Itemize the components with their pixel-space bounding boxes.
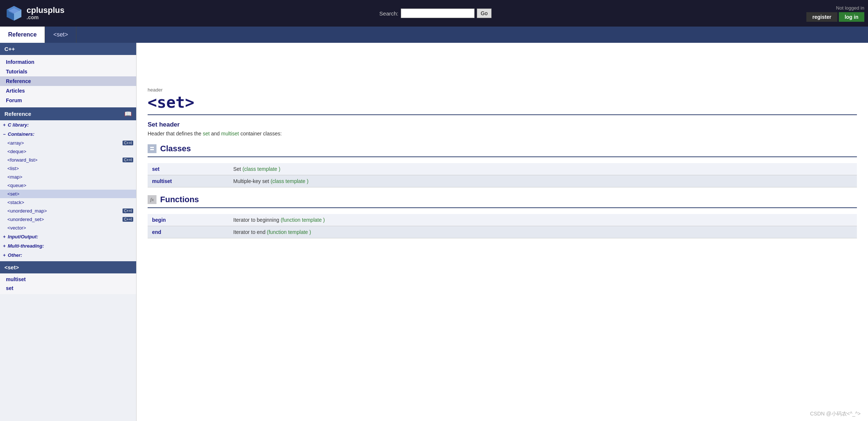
toggle-multithreading: + <box>3 244 6 249</box>
header-label: header <box>148 87 857 93</box>
sidebar-item-forum[interactable]: Forum <box>0 96 136 105</box>
end-link[interactable]: end <box>152 229 161 235</box>
ref-category-clibrary[interactable]: + C library: <box>0 120 136 130</box>
table-row: end Iterator to end (function template ) <box>148 226 857 238</box>
functions-icon: fx <box>148 195 156 204</box>
sidebar-item-tutorials[interactable]: Tutorials <box>0 67 136 76</box>
functions-divider <box>148 207 857 208</box>
classes-heading: Classes <box>160 144 191 153</box>
toggle-clibrary: + <box>3 122 6 128</box>
sidebar-item-reference[interactable]: Reference <box>0 76 136 86</box>
ref-item-stack[interactable]: <stack> <box>0 198 136 207</box>
set-sidebar-items: multiset set <box>0 273 136 294</box>
set-desc: Set (class template ) <box>229 163 857 175</box>
classes-table: set Set (class template ) multiset Multi… <box>148 163 857 187</box>
classes-icon <box>148 144 156 153</box>
clibrary-label: C library: <box>8 122 29 128</box>
desc-link-set[interactable]: set <box>203 131 210 137</box>
cpp-section-menu: Information Tutorials Reference Articles… <box>0 55 136 107</box>
containers-label: Containers: <box>8 131 34 137</box>
login-button[interactable]: log in <box>839 12 864 22</box>
set-header-desc: Header that defines the set and multiset… <box>148 131 857 137</box>
reference-sidebar: + C library: − Containers: <array> C++l … <box>0 120 136 260</box>
toggle-other: + <box>3 253 6 258</box>
begin-desc: Iterator to beginning (function template… <box>229 214 857 226</box>
ref-category-containers[interactable]: − Containers: <box>0 130 136 139</box>
multiset-desc: Multiple-key set (class template ) <box>229 175 857 187</box>
functions-table: begin Iterator to beginning (function te… <box>148 214 857 238</box>
main-layout: C++ Information Tutorials Reference Arti… <box>0 43 868 421</box>
ref-item-vector[interactable]: <vector> <box>0 224 136 232</box>
nav-item-set[interactable]: <set> <box>45 27 76 43</box>
nav-item-reference[interactable]: Reference <box>0 27 45 43</box>
logo-text: cplusplus .com <box>27 6 65 21</box>
ref-item-set[interactable]: <set> <box>0 190 136 198</box>
ref-item-array[interactable]: <array> C++l <box>0 139 136 147</box>
table-row: set Set (class template ) <box>148 163 857 175</box>
set-sidebar-title: <set> <box>4 264 19 270</box>
nav-bar: Reference <set> <box>0 27 868 43</box>
content-area: header <set> Set header Header that defi… <box>137 43 868 421</box>
page-title: <set> <box>148 93 857 111</box>
set-header-title: Set header <box>148 121 857 128</box>
sidebar-item-information[interactable]: Information <box>0 57 136 67</box>
not-logged-in-text: Not logged in <box>836 5 864 11</box>
svg-rect-5 <box>150 147 154 148</box>
sidebar: C++ Information Tutorials Reference Arti… <box>0 43 137 421</box>
desc-link-multiset[interactable]: multiset <box>221 131 239 137</box>
ref-item-forward-list[interactable]: <forward_list> C++l <box>0 156 136 164</box>
cxx-badge-forwardlist: C++l <box>123 158 133 162</box>
ref-item-queue[interactable]: <queue> <box>0 181 136 190</box>
set-sidebar-item-multiset[interactable]: multiset <box>0 275 136 284</box>
functions-heading: Functions <box>160 195 199 204</box>
toggle-io: + <box>3 234 6 239</box>
svg-rect-4 <box>149 146 155 152</box>
multiset-link[interactable]: multiset <box>152 178 172 184</box>
ref-category-multithreading[interactable]: + Multi-threading: <box>0 241 136 251</box>
cxx-badge-unorderedmap: C++l <box>123 208 133 213</box>
auth-area: Not logged in register log in <box>806 5 864 22</box>
ref-item-deque[interactable]: <deque> <box>0 147 136 156</box>
desc-middle: and <box>210 131 221 137</box>
logo-icon <box>4 3 24 24</box>
desc-prefix: Header that defines the <box>148 131 203 137</box>
sidebar-item-articles[interactable]: Articles <box>0 86 136 96</box>
cxx-badge-array: C++l <box>123 141 133 145</box>
table-row: multiset Multiple-key set (class templat… <box>148 175 857 187</box>
svg-rect-6 <box>150 149 154 150</box>
set-sidebar-header: <set> <box>0 261 136 273</box>
search-input[interactable] <box>401 8 475 18</box>
book-icon[interactable]: 📖 <box>124 110 132 117</box>
ref-item-list[interactable]: <list> <box>0 164 136 173</box>
reference-section-title: Reference <box>4 111 31 117</box>
search-label: Search: <box>379 10 399 17</box>
io-label: Input/Output: <box>8 234 38 239</box>
watermark: CSDN @小码农<^_^> <box>810 411 861 417</box>
set-sidebar-item-set[interactable]: set <box>0 284 136 293</box>
functions-section-title: fx Functions <box>148 195 857 204</box>
ref-item-map[interactable]: <map> <box>0 173 136 181</box>
ref-item-unordered-map[interactable]: <unordered_map> C++l <box>0 207 136 215</box>
register-button[interactable]: register <box>806 12 837 22</box>
auth-buttons: register log in <box>806 12 864 22</box>
title-divider <box>148 114 857 115</box>
cpp-section-title: C++ <box>4 46 15 52</box>
go-button[interactable]: Go <box>477 8 492 18</box>
ref-category-other[interactable]: + Other: <box>0 251 136 260</box>
set-link[interactable]: set <box>152 166 159 172</box>
ref-item-unordered-set[interactable]: <unordered_set> C++l <box>0 215 136 224</box>
ref-category-io[interactable]: + Input/Output: <box>0 232 136 241</box>
reference-section-header: Reference 📖 <box>0 107 136 120</box>
cpp-section-header: C++ <box>0 43 136 55</box>
toggle-containers: − <box>3 132 6 137</box>
top-header: cplusplus .com Search: Go Not logged in … <box>0 0 868 27</box>
logo-domain: .com <box>27 15 65 20</box>
begin-link[interactable]: begin <box>152 217 166 223</box>
other-label: Other: <box>8 252 22 258</box>
ad-area <box>148 50 857 87</box>
cxx-badge-unorderedset: C++l <box>123 217 133 222</box>
logo-area: cplusplus .com <box>4 3 65 24</box>
multithreading-label: Multi-threading: <box>8 243 44 249</box>
table-row: begin Iterator to beginning (function te… <box>148 214 857 226</box>
search-area: Search: Go <box>379 8 492 18</box>
